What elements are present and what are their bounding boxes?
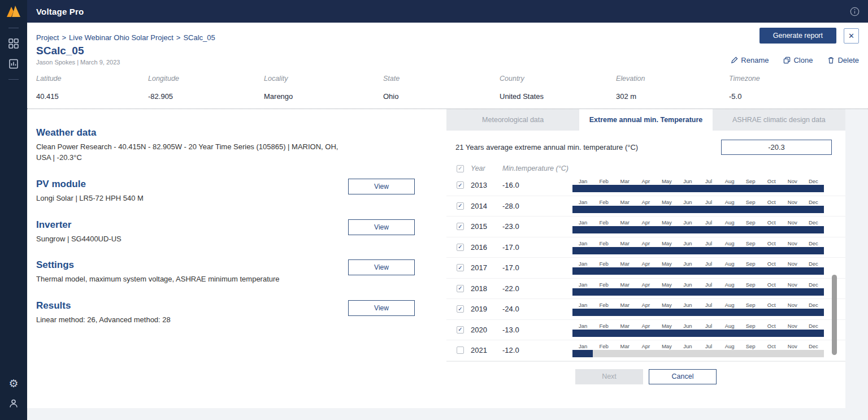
- month-label: May: [656, 240, 677, 246]
- month-label: Jun: [677, 178, 698, 184]
- breadcrumb-item[interactable]: SCalc_05: [183, 33, 215, 42]
- generate-report-button[interactable]: Generate report: [760, 28, 836, 44]
- month-label: Jan: [572, 178, 593, 184]
- select-all-checkbox[interactable]: ✓: [457, 165, 464, 172]
- row-month-bar: JanFebMarAprMayJunJulAugSepOctNovDec: [572, 302, 824, 316]
- report-icon: [8, 59, 19, 69]
- month-labels: JanFebMarAprMayJunJulAugSepOctNovDec: [572, 323, 824, 329]
- month-label: Nov: [782, 261, 803, 267]
- info-button[interactable]: [848, 5, 861, 18]
- month-label: Oct: [761, 282, 782, 288]
- row-year: 2021: [471, 346, 502, 354]
- row-min-temperature: -13.0: [502, 326, 572, 334]
- close-button[interactable]: ✕: [844, 28, 859, 44]
- app-logo[interactable]: [0, 0, 27, 23]
- row-min-temperature: -16.0: [502, 181, 572, 189]
- breadcrumb-item[interactable]: Live Webinar Ohio Solar Project: [69, 33, 173, 42]
- month-label: Jan: [572, 219, 593, 226]
- breadcrumb-item[interactable]: Project: [36, 33, 59, 42]
- row-min-temperature: -17.0: [502, 243, 572, 252]
- location-field-value: -5.0: [729, 92, 859, 101]
- sidebar-item-account[interactable]: [0, 395, 27, 412]
- coverage-bar-track: [572, 330, 824, 337]
- row-checkbox[interactable]: ✓: [457, 285, 464, 292]
- row-checkbox[interactable]: ✓: [457, 305, 464, 313]
- coverage-bar-fill: [572, 185, 824, 192]
- sidebar-item-settings[interactable]: ⚙: [0, 375, 27, 392]
- tab-meteorological-data[interactable]: Meteorological data: [446, 109, 579, 131]
- row-checkbox[interactable]: ✓: [457, 181, 464, 189]
- month-label: May: [656, 323, 677, 329]
- temperature-table-header: ✓ Year Min.temperature (°C): [446, 162, 845, 175]
- month-label: Aug: [719, 282, 740, 288]
- month-label: Feb: [593, 199, 614, 205]
- location-field-label: Latitude: [36, 75, 148, 83]
- section-title: PV module: [36, 179, 348, 190]
- sidebar-item-dashboard[interactable]: [0, 35, 27, 52]
- gear-icon: ⚙: [8, 378, 18, 389]
- row-checkbox[interactable]: ✓: [457, 326, 464, 334]
- month-label: Jul: [698, 178, 719, 184]
- clone-icon: [783, 57, 791, 64]
- month-labels: JanFebMarAprMayJunJulAugSepOctNovDec: [572, 219, 824, 226]
- row-checkbox[interactable]: ✓: [457, 264, 464, 271]
- view-button[interactable]: View: [348, 179, 415, 194]
- view-button[interactable]: View: [348, 219, 415, 235]
- month-label: Sep: [740, 302, 761, 308]
- temperature-table-body: ✓2013-16.0JanFebMarAprMayJunJulAugSepOct…: [446, 175, 845, 362]
- row-year: 2013: [471, 181, 502, 189]
- month-label: Nov: [782, 219, 803, 226]
- month-label: Jan: [572, 261, 593, 267]
- next-button[interactable]: Next: [575, 369, 643, 384]
- tab-extreme-annual-min-temperature[interactable]: Extreme annual min. Temperature: [579, 109, 712, 131]
- month-labels: JanFebMarAprMayJunJulAugSepOctNovDec: [572, 343, 824, 349]
- month-label: Aug: [719, 302, 740, 308]
- location-field-value: 40.415: [36, 92, 148, 101]
- rename-button[interactable]: Rename: [731, 56, 769, 64]
- view-button[interactable]: View: [348, 300, 415, 316]
- row-min-temperature: -24.0: [502, 305, 572, 313]
- location-field-label: Timezone: [729, 75, 859, 83]
- tab-ashrae-climatic-design-data[interactable]: ASHRAE climatic design data: [713, 109, 845, 131]
- month-labels: JanFebMarAprMayJunJulAugSepOctNovDec: [572, 199, 824, 205]
- breadcrumb-separator: >: [176, 33, 181, 42]
- section: SettingsThermal model, maximum system vo…: [36, 259, 437, 285]
- row-checkbox[interactable]: ✓: [457, 223, 464, 230]
- cancel-button[interactable]: Cancel: [649, 369, 717, 384]
- page-subtitle: Jason Spokes | March 9, 2023: [36, 59, 120, 66]
- location-field-value: United States: [500, 92, 616, 101]
- section-title: Results: [36, 300, 348, 311]
- row-checkbox[interactable]: ✓: [457, 202, 464, 210]
- month-label: Aug: [719, 219, 740, 226]
- month-label: May: [656, 261, 677, 267]
- close-icon: ✕: [848, 32, 854, 40]
- section: PV moduleLongi Solar | LR5-72 HPH 540 MV…: [36, 179, 437, 204]
- month-label: Dec: [803, 199, 824, 205]
- row-min-temperature: -12.0: [502, 346, 572, 354]
- sidebar-divider: [8, 79, 19, 80]
- main-area: Project>Live Webinar Ohio Solar Project>…: [27, 23, 868, 420]
- month-label: May: [656, 199, 677, 205]
- location-field: Elevation302 m: [616, 75, 729, 101]
- month-label: Aug: [719, 323, 740, 329]
- month-label: Sep: [740, 199, 761, 205]
- month-label: Nov: [782, 323, 803, 329]
- delete-button[interactable]: Delete: [827, 56, 859, 64]
- row-year: 2014: [471, 202, 502, 210]
- location-field-value: Marengo: [264, 92, 383, 101]
- row-min-temperature: -17.0: [502, 263, 572, 272]
- row-month-bar: JanFebMarAprMayJunJulAugSepOctNovDec: [572, 178, 824, 192]
- row-checkbox[interactable]: [457, 347, 464, 354]
- row-checkbox[interactable]: ✓: [457, 244, 464, 251]
- location-field-label: State: [383, 75, 500, 83]
- location-field-value: -82.905: [148, 92, 264, 101]
- month-label: Dec: [803, 343, 824, 349]
- table-row: ✓2013-16.0JanFebMarAprMayJunJulAugSepOct…: [446, 175, 845, 196]
- row-month-bar: JanFebMarAprMayJunJulAugSepOctNovDec: [572, 240, 824, 254]
- clone-button[interactable]: Clone: [783, 56, 813, 64]
- vertical-scrollbar[interactable]: [832, 275, 837, 355]
- view-button[interactable]: View: [348, 259, 415, 275]
- sidebar-item-reports[interactable]: [0, 55, 27, 72]
- month-label: Aug: [719, 261, 740, 267]
- row-month-bar: JanFebMarAprMayJunJulAugSepOctNovDec: [572, 343, 824, 357]
